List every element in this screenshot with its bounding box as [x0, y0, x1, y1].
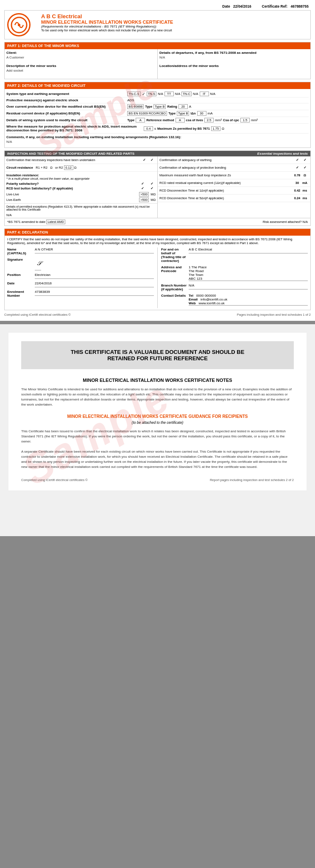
polarity-val2: ✓ — [148, 182, 156, 186]
details-note: Details of permitted exceptions (Regulat… — [5, 203, 157, 212]
guidance-body2: A separate Certificate should have been … — [21, 449, 294, 470]
measure-val: 0.4 — [144, 126, 153, 131]
company-logo — [7, 13, 31, 36]
part1-header: PART 1: DETAILS OF THE MINOR WORKS — [5, 42, 310, 49]
polarity-label: Polarity satisfactory? — [6, 182, 137, 186]
position-label: Position — [7, 273, 35, 277]
client-label: Client: — [6, 51, 156, 55]
part1-body: Client: A Customer Description of the mi… — [5, 49, 310, 79]
decl-right: For and on behalf of (Trading title of c… — [158, 248, 308, 308]
location-value — [159, 69, 309, 75]
earth-fault-val: 0.78 — [293, 173, 301, 177]
or-r2-unit: Ω — [74, 166, 77, 170]
company-info: A B C Electrical MINOR ELECTRICAL INSTAL… — [41, 13, 308, 32]
page2-inner: THIS CERTIFICATE IS A VALUABLE DOCUMENT … — [8, 333, 307, 490]
departures-field: Details of departures, if any, from BS 7… — [159, 51, 309, 61]
part2-block: PART 2: DETAILS OF THE MODIFIED CIRCUIT … — [4, 82, 311, 148]
description-value: Add socket — [6, 69, 156, 75]
behalf-label: For and on behalf of (Trading title of c… — [161, 248, 189, 263]
bs7671-label: *BS 7671 amended to date — [7, 220, 45, 224]
confirm-inspections-row: Confirmation that necessary inspections … — [5, 156, 157, 164]
footer2: Completed using iCertifi electrical cert… — [21, 478, 294, 482]
protective-cells: ADS — [127, 98, 309, 102]
system-tt: TT — [164, 92, 174, 96]
date-decl-label: Date — [7, 281, 35, 285]
earth-fault-label: Maximum measured earth fault loop impeda… — [159, 173, 293, 177]
footer1-right: Pages including inspection and test sche… — [237, 313, 311, 317]
protective-label: Protective measure(s) against electric s… — [6, 98, 127, 102]
protective-row: Protective measure(s) against electric s… — [6, 97, 309, 103]
rcd-test-area: RCD test button Satisfactory? (if applic… — [6, 186, 156, 190]
location-field: Location/address of the minor works — [159, 64, 309, 75]
circuit-resistance-row: Circuit resistance R1 + R2 Ω or R2 0.12 … — [5, 164, 157, 172]
wiring-row: Details of wiring system used to modify … — [6, 117, 309, 124]
wiring-label: Details of wiring system used to modify … — [6, 118, 127, 122]
live-live-val: >500 — [139, 192, 149, 197]
contact-label: Contact Details — [161, 294, 189, 298]
cert-ref-label: Certificate Ref: — [262, 4, 287, 8]
rcd-rated-unit: mA — [301, 181, 309, 185]
enrolment-label: Enrolment Number — [7, 290, 35, 298]
system-tncs-check: ✓ — [142, 92, 145, 96]
tel-label: Tel — [189, 294, 193, 298]
system-tns: TN-S — [147, 92, 157, 96]
logo-svg — [11, 17, 28, 33]
confirm-inspections-label: Confirmation that necessary inspections … — [6, 158, 140, 162]
inspection-header: INSPECTION AND TESTING OF THE MODIFIED C… — [5, 151, 310, 156]
essential-label: Essential inspections and tests — [257, 152, 308, 156]
r1r2-unit: Ω — [50, 166, 53, 170]
circuit-resistance-text: Circuit resistance — [6, 166, 33, 170]
confirm-bonding-val2: ✓ — [301, 166, 309, 170]
wiring-type-label: Type — [127, 118, 134, 122]
system-na4: N/A — [210, 92, 216, 96]
insulation-area: Insulation resistance: * In a multi-phas… — [6, 173, 156, 202]
inspection-block: INSPECTION AND TESTING OF THE MODIFIED C… — [4, 150, 311, 226]
inspection-title: INSPECTION AND TESTING OF THE MODIFIED C… — [7, 152, 134, 156]
system-tnc: TN-C — [181, 92, 192, 96]
signature-area: 𝒮 — [35, 258, 41, 270]
guidance-title: MINOR ELECTRICAL INSTALLATION WORKS CERT… — [21, 414, 294, 419]
description-field: Description of the minor works Add socke… — [6, 64, 156, 75]
date-ref-bar: Date 22/04/2016 Certificate Ref: 4678887… — [4, 4, 311, 8]
overcurrent-label: Over current protective device for the m… — [6, 105, 127, 108]
contact-value: Tel 0000 000000 Email info@icertifi.co.u… — [189, 294, 308, 306]
live-earth-label: Live-Earth — [6, 198, 137, 202]
declaration-grid: Name (CAPITALS) A N OTHER Signature 𝒮 Po… — [7, 248, 308, 308]
footer1-left: Completed using iCertifi electrical cert… — [4, 313, 71, 317]
p2-banner: THIS CERTIFICATE IS A VALUABLE DOCUMENT … — [21, 341, 294, 369]
departures-label: Details of departures, if any, from BS 7… — [159, 51, 309, 55]
rcd-test-label: RCD test button Satisfactory? (if applic… — [6, 186, 137, 190]
overcurrent-std: BS 60898 — [127, 104, 144, 109]
wiring-mm2-2: mm² — [251, 118, 258, 122]
date-field: Date 22/04/2016 — [7, 281, 154, 287]
name-field: Name (CAPITALS) A N OTHER — [7, 248, 154, 255]
risk-label: Risk assessment attached? — [263, 220, 302, 224]
rcd-label: Residual current device (if applicable) … — [6, 111, 127, 115]
measure-max-label: Maximum Zs permitted by BS 7671 — [157, 127, 210, 131]
wiring-ref-label: Reference method — [146, 118, 174, 122]
date-value: 22/04/2016 — [233, 4, 251, 8]
part4-block: PART 4: DECLARATION I CERTIFY that the s… — [4, 228, 311, 310]
date-area: Date 22/04/2016 — [222, 4, 253, 8]
system-na3: N/A — [193, 92, 198, 96]
description-label: Description of the minor works — [6, 64, 156, 68]
comments-value: N/A — [6, 140, 309, 146]
client-value: A Customer — [6, 56, 156, 61]
rcd-std: BS EN 61009 RCO/RCBO — [127, 111, 167, 116]
overcurrent-type-label: Type — [145, 105, 152, 108]
wiring-mm2-1: mm² — [215, 118, 222, 122]
live-live-area: Live-Live >500 MΩ — [6, 192, 156, 197]
polarity-area: Polarity satisfactory? ✓ ✓ — [6, 182, 156, 186]
wiring-csa-label: csa of lives — [186, 118, 203, 122]
rcd-disc1-val: 0.42 — [293, 189, 301, 192]
date-decl-value: 22/04/2016 — [35, 281, 154, 287]
insp-right-col: Confirmation of adequacy of earthing ✓ ✓… — [158, 156, 310, 218]
cert-title: MINOR ELECTRICAL INSTALLATION WORKS CERT… — [41, 19, 308, 25]
confirm-earthing-val2: ✓ — [301, 158, 309, 162]
departures-value: N/A — [159, 56, 309, 61]
rcd-rated-row: RCD rated residual operataing current (1… — [158, 179, 310, 187]
measure-row: Where the measure for protection against… — [6, 124, 309, 134]
rcd-test-val1: ✓ — [139, 186, 146, 190]
confirm-earthing-row: Confirmation of adequacy of earthing ✓ ✓ — [158, 156, 310, 164]
part4-header: PART 4: DECLARATION — [5, 229, 310, 236]
